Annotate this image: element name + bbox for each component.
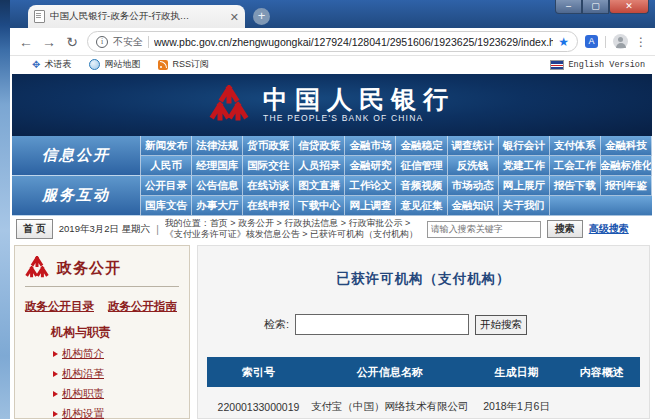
nav-item[interactable]: 金融市场 xyxy=(345,136,396,156)
profile-avatar-icon[interactable] xyxy=(613,34,628,49)
triangle-bullet-icon xyxy=(53,411,58,417)
sidebar-item-org-history[interactable]: 机构沿革 xyxy=(53,367,179,381)
sidebar-item-label[interactable]: 机构设置 xyxy=(62,407,104,419)
page-title: 已获许可机构（支付机构） xyxy=(198,270,649,288)
nav-item[interactable]: 图文直播 xyxy=(294,176,345,196)
site-search-button[interactable]: 搜索 xyxy=(547,220,583,238)
content-area: 政务公开 政务公开目录 政务公开指南 机构与职责 机构简介 机构沿革 机构职责 … xyxy=(12,242,652,419)
site-utility-bar: ✥ 术语表 网站地图 RSS订阅 English Version xyxy=(10,56,655,73)
home-button[interactable]: 首 页 xyxy=(16,219,53,239)
browser-tab[interactable]: 中国人民银行-政务公开-行政执… ✕ xyxy=(28,5,245,28)
nav-item[interactable]: 人员招录 xyxy=(294,156,345,176)
pbc-logo-small-icon xyxy=(25,256,49,280)
nav-item[interactable]: 支付体系 xyxy=(550,136,601,156)
reload-icon[interactable]: ↻ xyxy=(64,34,80,50)
nav-item[interactable]: 办事大厅 xyxy=(192,196,243,216)
col-header-summary: 内容概述 xyxy=(563,357,639,387)
sidebar-item-org-structure[interactable]: 机构设置 xyxy=(53,407,179,419)
site-search-input[interactable] xyxy=(427,221,541,238)
nav-item[interactable]: 信贷政策 xyxy=(294,136,345,156)
nav-item[interactable]: 党建工作 xyxy=(499,156,550,176)
english-version-link[interactable]: English Version xyxy=(550,60,645,70)
sidebar-item-org-duties[interactable]: 机构职责 xyxy=(53,387,179,401)
nav-item[interactable]: 市场动态 xyxy=(448,176,499,196)
nav-item[interactable]: 金融科技 xyxy=(601,136,652,156)
nav-item[interactable]: 国库文告 xyxy=(141,196,192,216)
nav-item[interactable]: 国际交往 xyxy=(243,156,294,176)
sidebar-item-label[interactable]: 机构职责 xyxy=(62,387,104,401)
nav-label-info-disclosure[interactable]: 信息公开 xyxy=(12,136,141,176)
start-search-button[interactable]: 开始搜索 xyxy=(475,315,527,335)
table-row[interactable]: 22000133000019 支付宝（中国）网络技术有限公司 2018年1月6日 xyxy=(207,387,640,419)
nav-item[interactable]: 工作论文 xyxy=(345,176,396,196)
nav-item[interactable]: 法律法规 xyxy=(192,136,243,156)
glossary-link[interactable]: ✥ 术语表 xyxy=(32,58,71,71)
retrieve-input[interactable] xyxy=(295,314,469,335)
sitemap-link[interactable]: 网站地图 xyxy=(89,58,140,71)
nav-item[interactable]: 反洗钱 xyxy=(448,156,499,176)
nav-item[interactable]: 金融标准化 xyxy=(601,156,652,176)
url-text[interactable]: www.pbc.gov.cn/zhengwugongkai/127924/128… xyxy=(154,36,553,48)
nav-item[interactable]: 下载中心 xyxy=(294,196,345,216)
flag-icon xyxy=(550,60,564,70)
nav-item[interactable]: 货币政策 xyxy=(243,136,294,156)
nav-item[interactable]: 在线访谈 xyxy=(243,176,294,196)
nav-row-2: 人民币经理国库国际交往人员招录金融研究征信管理反洗钱党建工作工会工作金融标准化 xyxy=(141,156,652,176)
window-controls: – ▢ ✕ xyxy=(555,0,649,14)
close-tab-icon[interactable]: ✕ xyxy=(230,12,239,22)
info-icon[interactable]: i xyxy=(96,36,108,48)
nav-item[interactable]: 工会工作 xyxy=(550,156,601,176)
sidebar-link-guide[interactable]: 政务公开指南 xyxy=(108,299,177,314)
nav-item[interactable]: 网上展厅 xyxy=(499,176,550,196)
maximize-button[interactable]: ▢ xyxy=(582,0,609,14)
col-header-index: 索引号 xyxy=(207,357,310,387)
forward-arrow-icon[interactable]: → xyxy=(41,34,57,50)
nav-item[interactable]: 报刊年鉴 xyxy=(601,176,652,196)
translate-icon[interactable]: A xyxy=(585,35,598,48)
main-panel: 已获许可机构（支付机构） 检索: 开始搜索 索引号 公开信息名称 生成日期 xyxy=(197,245,650,419)
retrieve-row: 检索: 开始搜索 xyxy=(264,314,649,335)
rss-link[interactable]: RSS订阅 xyxy=(158,58,209,71)
advanced-search-link[interactable]: 高级搜索 xyxy=(589,222,629,236)
nav-item[interactable]: 金融稳定 xyxy=(396,136,447,156)
nav-item[interactable]: 网上调查 xyxy=(345,196,396,216)
nav-item[interactable]: 调查统计 xyxy=(448,136,499,156)
sidebar-item-org-intro[interactable]: 机构简介 xyxy=(53,347,179,361)
close-window-button[interactable]: ✕ xyxy=(609,0,649,14)
nav-item[interactable]: 银行会计 xyxy=(499,136,550,156)
nav-item[interactable]: 金融研究 xyxy=(345,156,396,176)
nav-item[interactable]: 音频视频 xyxy=(396,176,447,196)
nav-item[interactable]: 人民币 xyxy=(141,156,192,176)
triangle-bullet-icon xyxy=(53,371,58,377)
nav-item[interactable]: 在线申报 xyxy=(243,196,294,216)
sidebar-item-label[interactable]: 机构简介 xyxy=(62,347,104,361)
bookmark-star-icon[interactable]: ★ xyxy=(558,35,569,49)
breadcrumb[interactable]: 我的位置：首页 > 政务公开 > 行政执法信息 > 行政审批公示 > 《支付业务… xyxy=(165,218,421,240)
new-tab-button[interactable]: + xyxy=(253,8,270,25)
sidebar-item-label[interactable]: 机构沿革 xyxy=(62,367,104,381)
nav-item[interactable]: 公告信息 xyxy=(192,176,243,196)
nav-item[interactable]: 经理国库 xyxy=(192,156,243,176)
nav-group-info: 信息公开 新闻发布法律法规货币政策信贷政策金融市场金融稳定调查统计银行会计支付体… xyxy=(12,136,652,176)
nav-item[interactable]: 报告下载 xyxy=(550,176,601,196)
back-arrow-icon[interactable]: ← xyxy=(18,34,34,50)
cell-index: 22000133000019 xyxy=(207,387,310,419)
browser-menu-icon[interactable]: ⋮ xyxy=(635,35,647,49)
nav-label-service-interaction[interactable]: 服务互动 xyxy=(12,176,141,216)
breadcrumb-bar: 首 页 2019年3月2日 星期六 | 我的位置：首页 > 政务公开 > 行政执… xyxy=(12,216,652,242)
nav-item[interactable]: 新闻发布 xyxy=(141,136,192,156)
licensed-institutions-table: 索引号 公开信息名称 生成日期 内容概述 22000133000019 支付宝（… xyxy=(207,357,640,419)
url-omnibox[interactable]: i 不安全 www.pbc.gov.cn/zhengwugongkai/1279… xyxy=(87,31,578,52)
nav-item[interactable]: 金融知识 xyxy=(448,196,499,216)
minimize-button[interactable]: – xyxy=(555,0,582,14)
nav-item[interactable]: 公开目录 xyxy=(141,176,192,196)
nav-item[interactable]: 征信管理 xyxy=(396,156,447,176)
sidebar-section-org: 机构与职责 xyxy=(51,324,179,341)
cell-name[interactable]: 支付宝（中国）网络技术有限公司 xyxy=(310,387,470,419)
sidebar-link-catalog[interactable]: 政务公开目录 xyxy=(25,299,94,314)
window-main: 中国人民银行-政务公开-行政执… ✕ + – ▢ ✕ ← → ↻ i 不安全 w… xyxy=(10,0,655,419)
nav-item[interactable]: 关于我们 xyxy=(499,196,550,216)
address-bar: ← → ↻ i 不安全 www.pbc.gov.cn/zhengwugongka… xyxy=(10,28,655,56)
nav-item[interactable]: 意见征集 xyxy=(396,196,447,216)
cell-summary xyxy=(563,387,639,419)
